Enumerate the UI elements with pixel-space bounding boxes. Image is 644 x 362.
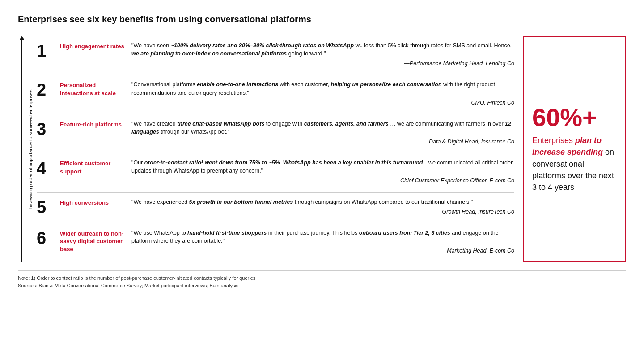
footnote-line-2: Sources: Bain & Meta Conversational Comm…: [18, 282, 626, 290]
attribution-3: — Data & Digital Head, Insurance Co: [131, 138, 514, 146]
benefit-row-1: 1 High engagement rates "We have seen ~1…: [37, 36, 514, 75]
benefit-title-2: Personalized interactions at scale: [60, 80, 131, 97]
benefit-number-3: 3: [37, 120, 56, 138]
stat-desc-enterprises: Enterprises: [532, 136, 575, 145]
right-panel: 60%+ Enterprises plan to increase spendi…: [523, 36, 626, 262]
attribution-2: —CMO, Fintech Co: [131, 99, 514, 107]
benefit-number-2: 2: [37, 80, 56, 98]
arrow-head-icon: [20, 36, 24, 40]
benefits-area: 1 High engagement rates "We have seen ~1…: [37, 36, 514, 262]
attribution-1: —Performance Marketing Head, Lending Co: [131, 59, 514, 67]
benefit-row-6: 6 Wider outreach to non-savvy digital cu…: [37, 223, 514, 262]
page-title: Enterprises see six key benefits from us…: [18, 13, 626, 25]
attribution-4: —Chief Customer Experience Officer, E-co…: [131, 177, 514, 185]
stat-number: 60%+: [532, 105, 617, 130]
benefit-quote-6: "We use WhatsApp to hand-hold first-time…: [131, 229, 514, 257]
benefit-quote-4: "Our order-to-contact ratio¹ went down f…: [131, 159, 514, 186]
stat-description: Enterprises plan to increase spending on…: [532, 135, 617, 193]
benefit-title-3: Feature-rich platforms: [60, 120, 131, 129]
benefit-quote-2: "Conversational platforms enable one-to-…: [131, 80, 514, 108]
arrow-line: [21, 40, 22, 262]
benefit-row-2: 2 Personalized interactions at scale "Co…: [37, 75, 514, 114]
benefit-number-4: 4: [37, 159, 56, 177]
benefit-quote-1: "We have seen ~100% delivery rates and 8…: [131, 42, 514, 69]
benefit-row-4: 4 Efficient customer support "Our order-…: [37, 153, 514, 192]
footnote-area: Note: 1) Order to contact ratio is the n…: [18, 270, 626, 289]
attribution-6: —Marketing Head, E-com Co: [131, 247, 514, 255]
benefit-title-1: High engagement rates: [60, 42, 131, 51]
benefit-row-3: 3 Feature-rich platforms "We have create…: [37, 114, 514, 153]
attribution-5: —Growth Head, InsureTech Co: [131, 208, 514, 216]
benefit-number-1: 1: [37, 42, 56, 59]
main-layout: Increasing order of importance to survey…: [18, 36, 626, 262]
footnote-line-1: Note: 1) Order to contact ratio is the n…: [18, 274, 626, 282]
vertical-arrow: [18, 36, 26, 262]
vertical-axis-label: Increasing order of importance to survey…: [28, 36, 33, 262]
benefit-number-5: 5: [37, 198, 56, 216]
benefit-title-4: Efficient customer support: [60, 159, 131, 175]
benefit-quote-3: "We have created three chat-based WhatsA…: [131, 120, 514, 147]
benefit-title-6: Wider outreach to non-savvy digital cust…: [60, 229, 131, 253]
benefit-row-5: 5 High conversions "We have experienced …: [37, 193, 514, 223]
benefit-quote-5: "We have experienced 5x growth in our bo…: [131, 198, 514, 218]
left-arrow-area: Increasing order of importance to survey…: [18, 36, 33, 262]
benefit-title-5: High conversions: [60, 198, 131, 207]
benefit-number-6: 6: [37, 229, 56, 247]
